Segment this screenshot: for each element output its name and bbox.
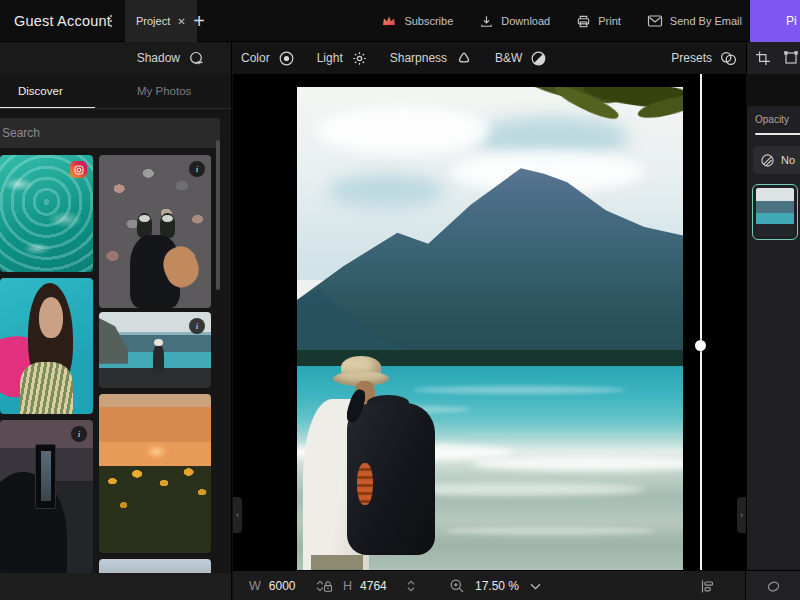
print-icon [576, 14, 591, 29]
opacity-slider[interactable] [755, 133, 800, 135]
editor-canvas[interactable]: ‹ › [233, 74, 746, 570]
thumb-art [99, 461, 211, 553]
transform-icon[interactable] [783, 50, 799, 66]
bottom-bar: W H 17.50 % [233, 570, 800, 600]
project-tab-label: Project [136, 15, 170, 27]
adjust-options: Color Light Sharpness B&W Preset [233, 42, 745, 74]
hiker-shorts [311, 555, 363, 570]
info-badge[interactable]: i [71, 426, 87, 442]
thumb-art [153, 345, 164, 371]
presets-label: Presets [671, 51, 712, 65]
crown-icon [381, 14, 397, 28]
thumbnail-cobblestone-feet[interactable]: i [99, 155, 211, 308]
bw-option[interactable]: B&W [495, 50, 547, 67]
bw-label: B&W [495, 51, 522, 65]
ring-tool-icon[interactable] [765, 579, 782, 594]
adjust-toolbar: Shadow Color Light Sharpness B&W [0, 42, 800, 74]
sharpness-option[interactable]: Sharpness [390, 50, 473, 67]
thumbnail-sunflowers-sunset[interactable] [99, 394, 211, 553]
new-project-button[interactable]: + [184, 6, 214, 36]
width-label: W [249, 579, 261, 593]
lock-aspect-icon[interactable] [321, 579, 335, 594]
height-stepper-icon[interactable] [406, 579, 416, 593]
thumbnail-pool-water[interactable] [0, 155, 93, 272]
thumbnail-person-taking-photo[interactable]: i [0, 420, 93, 573]
thumbnail-woman-portrait[interactable] [0, 278, 93, 414]
tabs-divider [0, 108, 232, 109]
thumbnail-partial[interactable] [99, 559, 211, 573]
email-icon [647, 14, 663, 28]
zoom-level-value[interactable]: 17.50 % [475, 579, 519, 593]
sidebar-scrollbar[interactable] [216, 140, 220, 290]
color-option[interactable]: Color [241, 50, 295, 67]
thumb-art [0, 472, 67, 573]
compare-slider-line[interactable] [700, 74, 702, 570]
thumb-art [20, 362, 72, 414]
thumbnail-beach-hiker[interactable]: i [99, 312, 211, 388]
subscribe-label: Subscribe [404, 15, 453, 27]
crop-tools [746, 42, 800, 74]
thumb-art [137, 213, 175, 237]
layer-thumbnail [756, 188, 794, 236]
sharpness-icon [455, 50, 473, 67]
search-input[interactable] [0, 118, 220, 148]
photo-cloud [316, 106, 490, 154]
compare-slider-handle[interactable] [695, 340, 706, 351]
width-input[interactable] [269, 579, 307, 593]
subscribe-button[interactable]: Subscribe [381, 14, 453, 28]
photo-editor-app: Guest Account Project ✕ + Subscribe Down… [0, 0, 800, 600]
shadow-label: Shadow [137, 51, 180, 65]
sidebar-bottom-strip [0, 573, 232, 600]
opacity-label: Opacity [755, 114, 789, 125]
presets-icon [719, 50, 737, 66]
tab-my-photos[interactable]: My Photos [137, 74, 191, 107]
layers-panel: Opacity No [746, 106, 800, 570]
download-button[interactable]: Download [479, 14, 550, 29]
thumb-art [142, 442, 171, 461]
print-button[interactable]: Print [576, 14, 621, 29]
download-icon [479, 14, 494, 29]
collapse-right-panel-button[interactable]: › [737, 497, 746, 533]
instagram-badge-icon [70, 161, 87, 178]
account-menu-button[interactable] [100, 8, 122, 34]
tab-discover[interactable]: Discover [18, 74, 63, 107]
photo-sky-patch [328, 174, 444, 208]
top-actions: Subscribe Download Print Send By Email [381, 0, 742, 42]
send-by-email-button[interactable]: Send By Email [647, 14, 742, 28]
blend-mode-icon [760, 153, 775, 168]
kebab-menu-icon [104, 13, 118, 29]
photo-library-sidebar: Discover My Photos i i [0, 74, 232, 600]
backpack-gear [357, 463, 373, 505]
light-label: Light [317, 51, 343, 65]
presets-button[interactable]: Presets [671, 42, 737, 74]
zoom-in-icon[interactable] [449, 578, 465, 594]
light-option[interactable]: Light [317, 50, 368, 67]
blend-mode-button[interactable]: No [753, 146, 800, 174]
promo-button[interactable]: Pi [750, 0, 800, 42]
layer-item-selected[interactable] [752, 184, 798, 240]
info-badge[interactable]: i [189, 318, 205, 334]
top-bar: Guest Account Project ✕ + Subscribe Down… [0, 0, 800, 42]
shadow-section[interactable]: Shadow [0, 42, 232, 74]
account-label[interactable]: Guest Account [14, 0, 111, 42]
bw-icon [530, 50, 547, 67]
thumb-art [41, 451, 51, 501]
height-label: H [343, 579, 352, 593]
collapse-left-panel-button[interactable]: ‹ [233, 497, 242, 533]
info-badge[interactable]: i [189, 161, 205, 177]
light-icon [351, 50, 368, 67]
sharpness-label: Sharpness [390, 51, 447, 65]
thumb-art [39, 297, 63, 338]
height-input[interactable] [360, 579, 398, 593]
download-label: Download [501, 15, 550, 27]
bottom-right-cell [745, 571, 800, 600]
crop-icon[interactable] [755, 50, 771, 66]
canvas-photo[interactable] [297, 87, 683, 570]
zoom-chevron-down-icon[interactable] [529, 582, 542, 591]
library-tabs: Discover My Photos [0, 74, 232, 108]
align-layers-icon[interactable] [699, 578, 716, 595]
color-label: Color [241, 51, 270, 65]
shadow-icon [188, 50, 205, 67]
send-by-email-label: Send By Email [670, 15, 742, 27]
print-label: Print [598, 15, 621, 27]
